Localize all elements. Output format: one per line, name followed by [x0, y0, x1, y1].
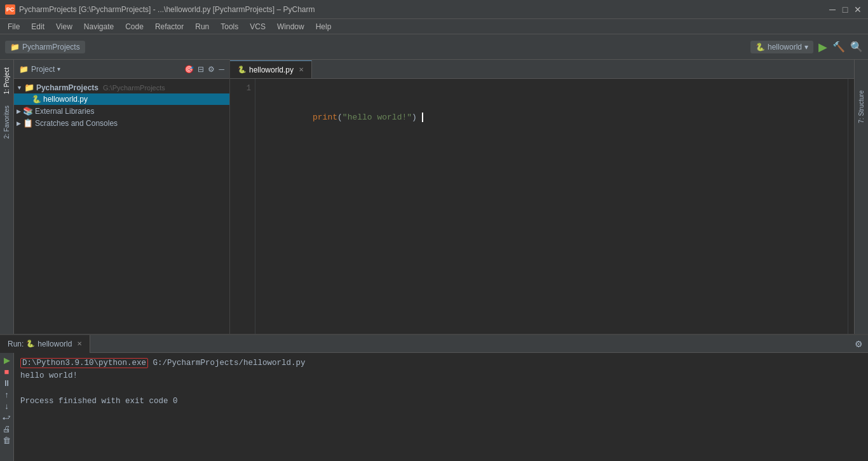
menu-code[interactable]: Code: [120, 21, 149, 32]
project-panel-tab[interactable]: 1: Project: [1, 62, 12, 99]
structure-tab-label[interactable]: 7: Structure: [856, 85, 867, 128]
titlebar-controls: ─ □ ✕: [827, 4, 863, 15]
menubar: File Edit View Navigate Code Refactor Ru…: [0, 19, 868, 34]
toolbar-left: 📁 PycharmProjects: [5, 41, 85, 53]
run-tab-name: helloworld: [37, 340, 72, 348]
tree-close-icon[interactable]: ─: [219, 65, 224, 74]
ext-libs-icon: 📚: [23, 106, 33, 116]
clear-console-button[interactable]: 🗑: [3, 436, 11, 445]
titlebar-left: PC PycharmProjects [G:\PycharmProjects] …: [5, 4, 315, 15]
line-number-1: 1: [234, 84, 251, 93]
menu-edit[interactable]: Edit: [26, 21, 50, 32]
tree-item-scratches[interactable]: ▶ 📋 Scratches and Consoles: [14, 117, 229, 129]
editor-scrollbar[interactable]: [848, 79, 854, 334]
menu-vcs[interactable]: VCS: [245, 21, 271, 32]
close-button[interactable]: ✕: [853, 4, 863, 15]
cursor-indicator: [417, 113, 423, 122]
run-again-button[interactable]: ▶: [4, 355, 10, 365]
editor-area: 🐍 helloworld.py ✕ 1 print("hello world!"…: [230, 60, 854, 334]
ext-libs-expand-icon: ▶: [17, 108, 21, 114]
menu-file[interactable]: File: [3, 21, 25, 32]
print-output-button[interactable]: 🖨: [3, 424, 11, 434]
menu-tools[interactable]: Tools: [215, 21, 243, 32]
tree-item-external-libs[interactable]: ▶ 📚 External Libraries: [14, 105, 229, 117]
menu-refactor[interactable]: Refactor: [150, 21, 189, 32]
run-panel: Run: 🐍 helloworld ✕ ⚙ ▶ ■ ⏸ ↑ ↓ ⮐ 🖨 🗑 D:…: [0, 334, 868, 461]
project-badge[interactable]: 📁 PycharmProjects: [5, 41, 85, 53]
tab-close-button[interactable]: ✕: [299, 66, 304, 73]
console-script-path: G:/PycharmProjects/helloworld.py: [148, 359, 306, 368]
console-line-4: Process finished with exit code 0: [20, 395, 862, 408]
run-button[interactable]: ▶: [818, 40, 827, 54]
scratches-expand-icon: ▶: [17, 120, 21, 127]
run-output-tab[interactable]: Run: 🐍 helloworld ✕: [0, 335, 90, 353]
console-output-hello: hello world!: [20, 371, 78, 380]
favorites-panel-tab[interactable]: 2: Favorites: [1, 100, 12, 144]
pause-button[interactable]: ⏸: [3, 378, 11, 388]
bottom-tabs-right: ⚙: [850, 339, 868, 349]
file-tree-content: ▼ 📁 PycharmProjects G:\PycharmProjects 🐍…: [14, 79, 229, 334]
scratches-icon: 📋: [23, 118, 33, 128]
menu-help[interactable]: Help: [311, 21, 337, 32]
editor-content[interactable]: 1 print("hello world!"): [230, 79, 854, 334]
console-python-exe: D:\Python3.9.10\python.exe: [20, 358, 148, 368]
run-tab-close[interactable]: ✕: [77, 340, 82, 347]
tab-py-icon: 🐍: [238, 65, 247, 74]
collapse-all-icon[interactable]: ⊟: [198, 65, 204, 74]
py-file-label: helloworld.py: [43, 95, 88, 104]
run-side-toolbar: ▶ ■ ⏸ ↑ ↓ ⮐ 🖨 🗑: [0, 353, 14, 461]
console-line-2: hello world!: [20, 369, 862, 382]
run-config-selector[interactable]: 🐍 helloworld ▾: [750, 41, 813, 53]
run-config-icon: 🐍: [756, 43, 765, 52]
root-expand-icon: ▼: [17, 85, 22, 91]
line-numbers: 1: [230, 79, 255, 334]
tab-helloworld[interactable]: 🐍 helloworld.py ✕: [230, 60, 312, 78]
bottom-tabs-bar: Run: 🐍 helloworld ✕ ⚙: [0, 335, 868, 353]
tree-settings-icon[interactable]: ⚙: [208, 65, 215, 74]
keyword-print: print: [313, 113, 337, 122]
root-path: G:\PycharmProjects: [103, 84, 165, 92]
run-output-area: ▶ ■ ⏸ ↑ ↓ ⮐ 🖨 🗑 D:\Python3.9.10\python.e…: [0, 353, 868, 461]
tree-item-root[interactable]: ▼ 📁 PycharmProjects G:\PycharmProjects: [14, 81, 229, 93]
console-output[interactable]: D:\Python3.9.10\python.exe G:/PycharmPro…: [14, 353, 868, 461]
project-name: PycharmProjects: [22, 43, 80, 52]
string-literal: "hello world!": [342, 113, 412, 122]
titlebar: PC PycharmProjects [G:\PycharmProjects] …: [0, 0, 868, 19]
run-tab-icon: 🐍: [26, 340, 35, 348]
console-line-3: [20, 382, 862, 395]
scroll-down-button[interactable]: ↓: [4, 401, 9, 411]
build-button[interactable]: 🔨: [832, 41, 845, 53]
minimize-button[interactable]: ─: [827, 4, 837, 15]
menu-window[interactable]: Window: [272, 21, 309, 32]
stop-button[interactable]: ■: [4, 367, 10, 376]
maximize-button[interactable]: □: [840, 4, 850, 15]
titlebar-title: PycharmProjects [G:\PycharmProjects] - .…: [19, 5, 315, 14]
run-panel-settings-icon[interactable]: ⚙: [855, 339, 863, 349]
menu-run[interactable]: Run: [190, 21, 214, 32]
project-dropdown-icon[interactable]: ▾: [57, 65, 60, 72]
scroll-up-button[interactable]: ↑: [4, 390, 9, 399]
open-paren: (: [337, 113, 342, 122]
root-label: PycharmProjects: [36, 83, 98, 92]
bottom-tabs-left: Run: 🐍 helloworld ✕: [0, 335, 90, 353]
file-tree-header-actions: 🎯 ⊟ ⚙ ─: [184, 65, 224, 74]
menu-navigate[interactable]: Navigate: [79, 21, 119, 32]
tab-label: helloworld.py: [249, 65, 294, 74]
console-exit-message: Process finished with exit code 0: [20, 397, 178, 406]
folder-icon: 📁: [10, 43, 20, 52]
run-config-label: helloworld: [768, 43, 802, 52]
tree-item-helloworld[interactable]: 🐍 helloworld.py: [14, 93, 229, 105]
menu-view[interactable]: View: [51, 21, 78, 32]
file-tree-header: 📁 Project ▾ 🎯 ⊟ ⚙ ─: [14, 60, 229, 79]
py-file-icon: 🐍: [32, 95, 41, 104]
console-line-1: D:\Python3.9.10\python.exe G:/PycharmPro…: [20, 357, 862, 369]
code-editor[interactable]: print("hello world!"): [255, 79, 848, 334]
run-config-chevron: ▾: [804, 43, 808, 52]
locate-file-icon[interactable]: 🎯: [184, 65, 194, 74]
structure-panel-tab[interactable]: 7: Structure: [854, 60, 868, 334]
close-paren: ): [412, 113, 417, 122]
toolbar-right: 🐍 helloworld ▾ ▶ 🔨 🔍: [750, 40, 863, 54]
search-everywhere-button[interactable]: 🔍: [850, 41, 863, 53]
file-tree-header-title: 📁 Project ▾: [19, 65, 60, 74]
wrap-output-button[interactable]: ⮐: [3, 413, 11, 422]
